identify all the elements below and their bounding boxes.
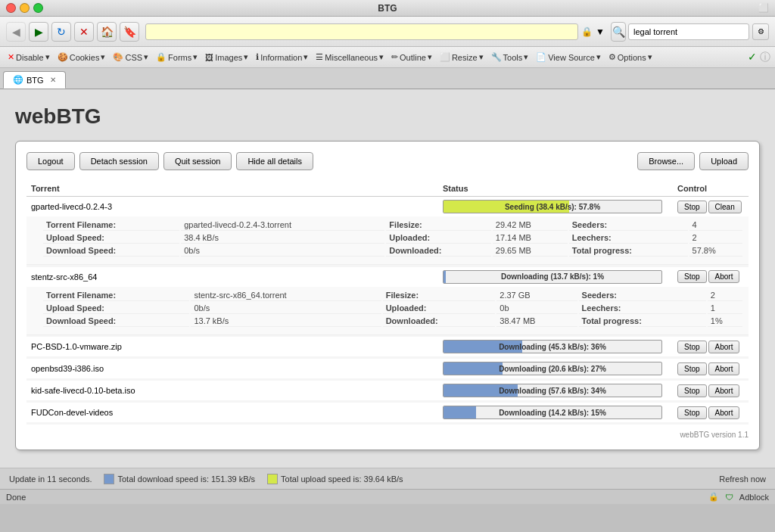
stop-button[interactable]: Stop	[677, 270, 707, 283]
content-area: webBTG Logout Detach session Quit sessio…	[0, 89, 775, 468]
progress-bar-container: Seeding (38.4 kB/s): 57.8%	[443, 200, 662, 213]
refresh-label[interactable]: Refresh now	[719, 474, 766, 484]
outline-arrow[interactable]: ▾	[428, 52, 432, 62]
disable-arrow[interactable]: ▾	[45, 52, 50, 62]
toolbar-view-source[interactable]: 📄 View Source ▾	[533, 51, 604, 64]
hide-details-button[interactable]: Hide all details	[236, 152, 313, 170]
search-submit-button[interactable]: ⚙	[752, 23, 769, 40]
torrent-controls: StopAbort	[673, 267, 749, 287]
search-engine-btn[interactable]: 🔍	[611, 22, 626, 42]
refresh-button[interactable]: Refresh now	[719, 474, 766, 484]
abort-button[interactable]: Abort	[708, 406, 740, 419]
forms-icon: 🔒	[156, 52, 167, 62]
toolbar-css[interactable]: 🎨 CSS ▾	[110, 51, 151, 64]
toolbar-images[interactable]: 🖼 Images ▾	[202, 51, 251, 64]
resize-label: Resize	[452, 53, 478, 62]
leechers-label: Leechers:	[569, 232, 688, 244]
forms-arrow[interactable]: ▾	[193, 52, 198, 62]
stop-button[interactable]: Stop	[677, 406, 707, 419]
abort-button[interactable]: Abort	[708, 270, 740, 283]
upload-speed-value: 0b/s	[191, 303, 381, 314]
dropdown-icon[interactable]: ▼	[596, 26, 605, 37]
download-speed: Total download speed is: 151.39 kB/s	[104, 474, 255, 484]
toolbar-disable[interactable]: ✕ Disable ▾	[5, 51, 53, 64]
home-button[interactable]: 🏠	[97, 22, 117, 42]
options-arrow[interactable]: ▾	[648, 52, 652, 62]
upload-button[interactable]: Upload	[699, 152, 749, 170]
torrent-detail-cell: Torrent Filename: stentz-src-x86_64.torr…	[26, 287, 749, 335]
maximize-button[interactable]	[33, 3, 43, 13]
logout-button[interactable]: Logout	[26, 152, 75, 170]
address-input[interactable]	[145, 23, 578, 40]
info-icon: ℹ	[256, 52, 259, 62]
detach-button[interactable]: Detach session	[79, 152, 159, 170]
abort-button[interactable]: Abort	[708, 362, 740, 375]
lock-icon: 🔒	[581, 26, 593, 37]
torrent-status: Downloading (20.6 kB/s): 27%	[438, 359, 673, 378]
torrent-table: Torrent Status Control gparted-livecd-0.…	[26, 181, 749, 425]
toolbar-options[interactable]: ⚙ Options ▾	[605, 51, 655, 64]
cookies-arrow[interactable]: ▾	[101, 52, 105, 62]
css-icon: 🎨	[113, 52, 123, 62]
stop-button[interactable]: Stop	[677, 384, 707, 397]
abort-button[interactable]: Abort	[708, 384, 740, 397]
tab-btg[interactable]: 🌐 BTG ✕	[3, 71, 66, 89]
misc-icon: ☰	[316, 52, 323, 62]
detail-table-row: Download Speed: 0b/s Downloaded: 29.65 M…	[43, 245, 742, 257]
window-controls[interactable]	[6, 3, 43, 13]
window-resize[interactable]: ⬜	[758, 3, 769, 13]
toolbar-tools[interactable]: 🔧 Tools ▾	[488, 51, 532, 64]
css-arrow[interactable]: ▾	[144, 52, 148, 62]
version-text: webBTG version 1.1	[26, 431, 749, 439]
misc-arrow[interactable]: ▾	[379, 52, 384, 62]
view-source-arrow[interactable]: ▾	[596, 52, 601, 62]
downloaded-label: Downloaded:	[386, 245, 490, 257]
resize-arrow[interactable]: ▾	[479, 52, 484, 62]
quit-button[interactable]: Quit session	[163, 152, 232, 170]
abort-button[interactable]: Abort	[708, 341, 740, 353]
minimize-button[interactable]	[20, 3, 30, 13]
toolbar-right: ✓ ⓘ	[748, 51, 770, 64]
back-button[interactable]: ◀	[6, 22, 26, 42]
cookies-icon: 🍪	[58, 52, 68, 62]
view-source-icon: 📄	[536, 52, 546, 62]
stop-button[interactable]: Stop	[677, 201, 707, 213]
toolbar-information[interactable]: ℹ Information ▾	[253, 51, 311, 64]
progress-bar-container: Downloading (20.6 kB/s): 27%	[443, 362, 662, 375]
clean-button[interactable]: Clean	[708, 201, 742, 213]
total-progress-label: Total progress:	[579, 316, 706, 327]
torrent-name: stentz-src-x86_64	[26, 267, 438, 287]
seeders-value: 2	[708, 290, 742, 301]
reload-button[interactable]: ↻	[51, 22, 71, 42]
toolbar-resize[interactable]: ⬜ Resize ▾	[437, 51, 487, 64]
cookies-label: Cookies	[70, 53, 100, 62]
table-row: stentz-src-x86_64Downloading (13.7 kB/s)…	[26, 267, 749, 287]
upload-color-box	[267, 474, 278, 484]
stop-button[interactable]: Stop	[677, 341, 707, 353]
tab-close-icon[interactable]: ✕	[50, 76, 56, 84]
information-arrow[interactable]: ▾	[303, 52, 308, 62]
browse-button[interactable]: Browse...	[637, 152, 695, 170]
toolbar-cookies[interactable]: 🍪 Cookies ▾	[54, 51, 109, 64]
adblock-label[interactable]: Adblock	[739, 493, 769, 502]
search-input[interactable]	[628, 23, 749, 40]
images-arrow[interactable]: ▾	[244, 52, 248, 62]
valid-icon[interactable]: ✓	[748, 51, 757, 64]
toolbar-forms[interactable]: 🔒 Forms ▾	[153, 51, 201, 64]
torrent-name: gparted-livecd-0.2.4-3	[26, 197, 438, 217]
torrent-status: Downloading (13.7 kB/s): 1%	[438, 267, 673, 287]
images-icon: 🖼	[205, 53, 213, 62]
stop-button[interactable]: Stop	[677, 362, 707, 375]
tools-arrow[interactable]: ▾	[524, 52, 528, 62]
bookmark-button[interactable]: 🔖	[120, 22, 139, 42]
torrent-detail-row: Torrent Filename: gparted-livecd-0.2.4-3…	[26, 216, 749, 265]
stop-button[interactable]: ✕	[74, 22, 94, 42]
toolbar-outline[interactable]: ✏ Outline ▾	[388, 51, 435, 64]
resize-icon: ⬜	[440, 52, 450, 62]
info-circle-icon[interactable]: ⓘ	[760, 51, 770, 64]
toolbar-miscellaneous[interactable]: ☰ Miscellaneous ▾	[313, 51, 387, 64]
forward-button[interactable]: ▶	[29, 22, 48, 42]
close-button[interactable]	[6, 3, 16, 13]
download-speed-label: Download Speed:	[43, 245, 179, 257]
action-buttons: Logout Detach session Quit session Hide …	[26, 152, 749, 170]
